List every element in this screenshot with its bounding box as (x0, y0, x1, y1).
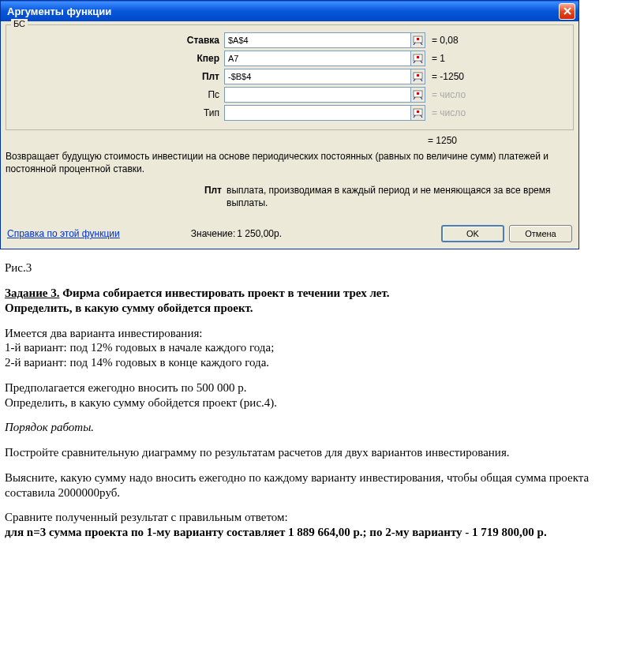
p6b: для n=3 сумма проекта по 1-му варианту с… (5, 525, 639, 540)
computed-value: 1 250,00р. (237, 228, 282, 239)
svg-rect-9 (417, 111, 419, 113)
p2a: Определить, в какую сумму обойдется прое… (5, 395, 639, 410)
p5: Выясните, какую сумму надо вносить ежего… (5, 470, 639, 500)
arg-label-stavka: Ставка (11, 35, 224, 46)
arg-row: Кпер = 1 (11, 51, 568, 66)
arg-input-wrap (224, 32, 425, 48)
svg-rect-1 (417, 38, 419, 40)
task-line2: Определить, в какую сумму обойдется прое… (5, 301, 639, 316)
arg-input-plt[interactable] (225, 69, 410, 84)
p4: Постройте сравнительную диаграмму по рез… (5, 445, 639, 460)
arg-input-kper[interactable] (225, 51, 410, 66)
function-description: Возвращает будущую стоимость инвестиции … (6, 151, 574, 175)
collapse-dialog-icon[interactable] (410, 69, 425, 84)
svg-rect-7 (417, 92, 419, 95)
arg-result: = число (425, 107, 466, 118)
param-description: Плт выплата, производимая в каждый перио… (6, 185, 574, 209)
collapse-dialog-icon[interactable] (410, 106, 425, 120)
p3: Порядок работы. (5, 420, 639, 435)
arg-row: Ставка = 0,08 (11, 32, 568, 48)
arg-row: Тип = число (11, 105, 568, 121)
arg-input-tip[interactable] (225, 106, 410, 120)
help-link[interactable]: Справка по этой функции (7, 228, 120, 239)
arg-label-kper: Кпер (11, 53, 224, 64)
arg-input-stavka[interactable] (225, 33, 410, 47)
collapse-dialog-icon[interactable] (410, 33, 425, 47)
p2: Предполагается ежегодно вносить по 500 0… (5, 380, 639, 395)
function-arguments-dialog: Аргументы функции БС Ставка = 0,08 Кпер (0, 0, 579, 249)
ok-button[interactable]: OK (441, 225, 504, 242)
svg-rect-5 (417, 74, 419, 77)
arg-label-plt: Плт (11, 71, 224, 82)
arg-input-wrap (224, 69, 425, 84)
p6: Сравните полученный результат с правильн… (5, 510, 639, 525)
function-result: = 1250 (6, 135, 574, 146)
arg-result: = число (425, 89, 466, 100)
param-text: выплата, производимая в каждый период и … (227, 185, 574, 209)
svg-rect-3 (417, 56, 419, 58)
arg-result: = -1250 (425, 71, 464, 82)
arg-label-ps: Пс (11, 89, 224, 100)
arg-result: = 1 (425, 53, 445, 64)
dialog-title: Аргументы функции (7, 6, 111, 17)
collapse-dialog-icon[interactable] (410, 51, 425, 66)
titlebar[interactable]: Аргументы функции (1, 1, 578, 21)
cancel-button[interactable]: Отмена (509, 225, 572, 242)
param-name: Плт (6, 185, 227, 209)
arg-row: Плт = -1250 (11, 69, 568, 84)
value-label: Значение: (191, 228, 236, 239)
arg-input-ps[interactable] (225, 88, 410, 102)
task-heading: Задание 3. Фирма собирается инвестироват… (5, 286, 639, 301)
arguments-fieldset: БС Ставка = 0,08 Кпер (6, 24, 574, 130)
dialog-footer: Справка по этой функции Значение: 1 250,… (6, 225, 574, 242)
p1b: 2-й вариант: под 14% годовых в конце каж… (5, 355, 639, 370)
arg-row: Пс = число (11, 87, 568, 103)
dialog-body: БС Ставка = 0,08 Кпер (1, 21, 578, 249)
collapse-dialog-icon[interactable] (410, 88, 425, 102)
figure-caption: Рис.3 (5, 260, 639, 275)
p1a: 1-й вариант: под 12% годовых в начале ка… (5, 340, 639, 355)
p1: Имеется два варианта инвестирования: (5, 326, 639, 341)
arg-result: = 0,08 (425, 35, 459, 46)
arg-label-tip: Тип (11, 107, 224, 118)
document-text: Рис.3 Задание 3. Фирма собирается инвест… (0, 249, 644, 548)
arg-input-wrap (224, 51, 425, 66)
function-name: БС (11, 19, 28, 28)
arg-input-wrap (224, 87, 425, 103)
close-icon[interactable] (559, 3, 575, 20)
arg-input-wrap (224, 105, 425, 121)
